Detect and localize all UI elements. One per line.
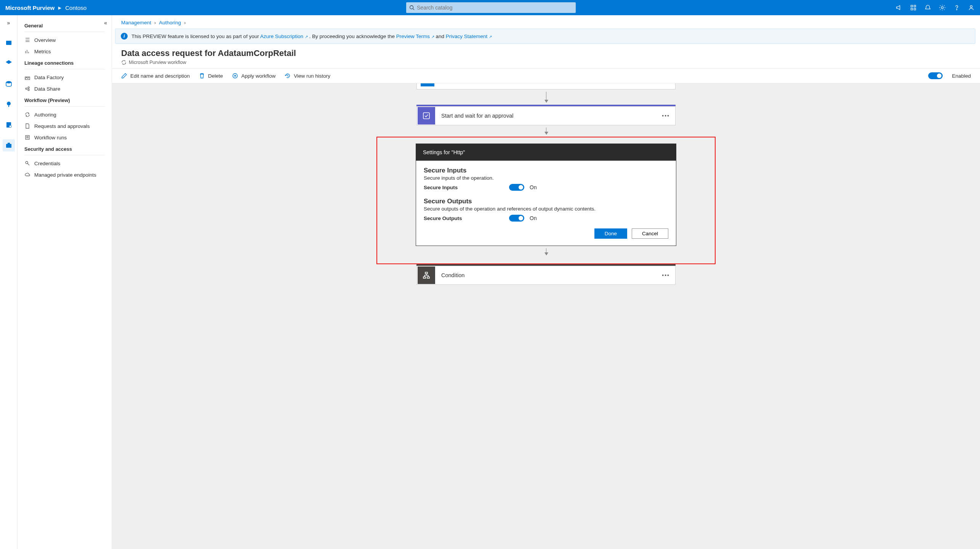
svg-rect-16 <box>8 143 10 144</box>
nav-label: Requests and approvals <box>34 123 90 129</box>
external-link-icon: ↗ <box>305 35 308 39</box>
condition-icon <box>418 267 435 284</box>
cancel-button[interactable]: Cancel <box>632 228 668 239</box>
done-button[interactable]: Done <box>594 228 627 239</box>
rail-map-icon[interactable] <box>3 57 15 69</box>
svg-rect-25 <box>425 272 428 274</box>
secure-inputs-title: Secure Inputs <box>424 167 668 174</box>
nav-metrics[interactable]: Metrics <box>18 46 112 57</box>
account-name[interactable]: Contoso <box>65 5 86 11</box>
nav-data-factory[interactable]: Data Factory <box>18 72 112 83</box>
svg-point-14 <box>9 125 11 128</box>
flow-arrow-icon <box>546 248 546 255</box>
rail-policy-icon[interactable] <box>3 119 15 131</box>
cmd-history[interactable]: View run history <box>285 73 330 79</box>
approval-icon <box>418 107 435 124</box>
svg-rect-5 <box>914 8 916 10</box>
search-icon <box>409 5 415 10</box>
cloud-icon <box>24 172 30 178</box>
svg-rect-12 <box>8 105 9 107</box>
expand-rail-icon[interactable]: » <box>7 20 10 26</box>
brand-name: Microsoft Purview <box>5 5 54 11</box>
nav-endpoints[interactable]: Managed private endpoints <box>18 169 112 180</box>
svg-point-20 <box>28 89 29 91</box>
link-privacy[interactable]: Privacy Statement ↗ <box>446 34 492 39</box>
preview-banner: i This PREVIEW feature is licensed to yo… <box>115 29 975 44</box>
link-preview-terms[interactable]: Preview Terms ↗ <box>396 34 434 39</box>
bell-icon[interactable] <box>924 4 931 11</box>
trash-icon <box>199 73 205 79</box>
previous-step-card[interactable] <box>416 83 676 89</box>
settings-panel: Settings for "Http" Secure Inputs Secure… <box>416 144 676 246</box>
search-box[interactable] <box>406 2 576 13</box>
svg-rect-9 <box>6 41 11 45</box>
pencil-icon <box>121 73 127 79</box>
breadcrumb-authoring[interactable]: Authoring <box>159 20 181 26</box>
person-icon[interactable] <box>968 4 975 11</box>
cmd-edit[interactable]: Edit name and description <box>121 73 190 79</box>
nav-label: Credentials <box>34 161 60 166</box>
rail-management-icon[interactable] <box>3 139 15 152</box>
secure-outputs-state: On <box>530 215 537 221</box>
nav-label: Data Factory <box>34 75 64 80</box>
share-icon <box>24 86 30 92</box>
secure-outputs-toggle[interactable] <box>509 215 524 222</box>
banner-text: This PREVIEW feature is licensed to you … <box>131 34 492 39</box>
chart-icon <box>24 48 30 54</box>
nav-label: Overview <box>34 37 56 43</box>
megaphone-icon[interactable] <box>895 4 902 11</box>
enabled-toggle[interactable] <box>928 72 943 79</box>
info-icon: i <box>121 33 128 40</box>
header-actions <box>895 4 975 11</box>
nav-label: Data Share <box>34 86 60 92</box>
svg-rect-24 <box>423 113 429 119</box>
gear-icon[interactable] <box>939 4 946 11</box>
command-bar: Edit name and description Delete Apply w… <box>112 68 980 83</box>
document-icon <box>24 123 30 129</box>
nav-credentials[interactable]: Credentials <box>18 158 112 169</box>
secure-inputs-state: On <box>530 184 537 190</box>
approval-title: Start and wait for an approval <box>436 113 657 119</box>
workflow-canvas[interactable]: Start and wait for an approval ••• Setti… <box>112 83 980 549</box>
help-icon[interactable] <box>953 4 960 11</box>
collapse-nav-icon[interactable]: « <box>104 20 107 26</box>
grid-icon[interactable] <box>910 4 917 11</box>
nav-group-security: Security and access <box>18 143 112 154</box>
flow-arrow-icon <box>546 128 546 134</box>
nav-group-lineage: Lineage connections <box>18 57 112 68</box>
search-input[interactable] <box>417 5 573 11</box>
condition-title: Condition <box>436 272 657 278</box>
svg-point-11 <box>7 102 11 105</box>
more-icon[interactable]: ••• <box>657 272 675 278</box>
nav-label: Metrics <box>34 49 51 54</box>
svg-rect-4 <box>911 8 913 10</box>
flow-arrow-icon <box>546 92 546 102</box>
nav-group-general: General <box>18 20 112 31</box>
nav-authoring[interactable]: Authoring <box>18 109 112 120</box>
link-azure-subscription[interactable]: Azure Subscription ↗ <box>260 34 308 39</box>
icon-rail: » <box>0 15 18 549</box>
more-icon[interactable]: ••• <box>657 113 675 119</box>
cmd-apply[interactable]: Apply workflow <box>232 73 275 79</box>
list-icon: ☰ <box>24 37 30 43</box>
rail-insights-icon[interactable] <box>3 98 15 110</box>
nav-data-share[interactable]: Data Share <box>18 83 112 94</box>
runs-icon <box>24 134 30 140</box>
approval-step-card[interactable]: Start and wait for an approval ••• <box>416 106 676 125</box>
rail-sources-icon[interactable] <box>3 78 15 90</box>
secure-inputs-toggle[interactable] <box>509 184 524 191</box>
enabled-label: Enabled <box>952 73 971 79</box>
condition-step-card[interactable]: Condition ••• <box>416 266 676 285</box>
nav-workflow-runs[interactable]: Workflow runs <box>18 132 112 143</box>
nav-label: Managed private endpoints <box>34 172 96 178</box>
nav-overview[interactable]: ☰Overview <box>18 34 112 46</box>
rail-home-icon[interactable] <box>3 37 15 49</box>
nav-requests[interactable]: Requests and approvals <box>18 120 112 132</box>
svg-rect-27 <box>427 277 429 278</box>
secure-outputs-title: Secure Outputs <box>424 198 668 205</box>
breadcrumb: Management › Authoring › <box>112 15 980 29</box>
cmd-delete[interactable]: Delete <box>199 73 223 79</box>
side-nav: « General ☰Overview Metrics Lineage conn… <box>18 15 112 549</box>
breadcrumb-management[interactable]: Management <box>121 20 151 26</box>
svg-point-8 <box>970 6 972 8</box>
